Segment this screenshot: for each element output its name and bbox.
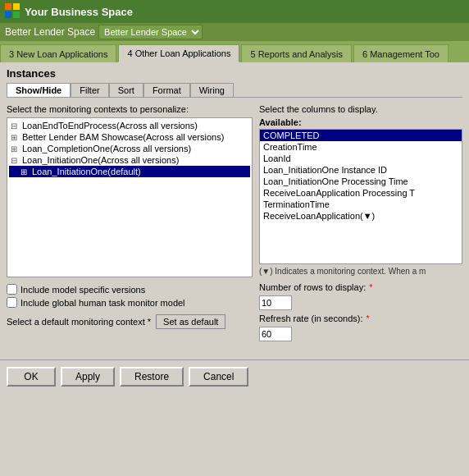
available-label: Available: [259, 117, 462, 127]
checkboxes: Include model specific versionsInclude g… [7, 284, 253, 308]
item-loanend-label: LoanEndToEndProcess(Across all versions) [22, 121, 198, 130]
cancel-button[interactable]: Cancel [189, 367, 248, 387]
chk-model-row: Include model specific versions [7, 284, 253, 295]
columns-list[interactable]: COMPLETEDCreationTimeLoanIdLoan_Initiati… [259, 129, 462, 264]
nav-tabs: 3 New Loan Applications4 Other Loan Appl… [0, 41, 469, 62]
refresh-required: * [367, 314, 370, 323]
left-section-label: Select the monitoring contexts to person… [7, 104, 253, 114]
item-bam[interactable]: ⊞Better Lender BAM Showcase(Across all v… [9, 131, 250, 143]
item-default-label: Loan_InitiationOne(default) [32, 167, 141, 176]
main-content: Instances Show/HideFilterSortFormatWirin… [0, 62, 469, 346]
item-initiation[interactable]: ⊟Loan_InitiationOne(Across all versions) [9, 154, 250, 166]
rows-setting: Number of rows to display: * [259, 282, 462, 292]
breadcrumb-label: Better Lender Space [5, 26, 95, 38]
item-completion[interactable]: ⊞Loan_CompletionOne(Across all versions) [9, 143, 250, 154]
col-receive-proc[interactable]: ReceiveLoanApplication Processing T [260, 187, 462, 199]
col-initiation-proc[interactable]: Loan_InitiationOne Processing Time [260, 176, 462, 187]
right-col: Select the columns to display. Available… [259, 104, 462, 341]
left-col: Select the monitoring contexts to person… [7, 104, 253, 341]
sub-wiring[interactable]: Wiring [190, 83, 234, 97]
svg-rect-3 [13, 11, 20, 18]
col-termination[interactable]: TerminationTime [260, 199, 462, 210]
chk-global-row: Include global human task monitor model [7, 297, 253, 308]
refresh-input[interactable] [259, 327, 292, 341]
restore-button[interactable]: Restore [120, 367, 184, 387]
app-icon [5, 3, 20, 21]
item-bam-label: Better Lender BAM Showcase(Across all ve… [22, 132, 224, 142]
col-completed[interactable]: COMPLETED [260, 130, 462, 141]
svg-rect-2 [5, 11, 11, 18]
set-default-button[interactable]: Set as default [156, 314, 225, 329]
breadcrumb-bar: Better Lender Space Better Lender Space [0, 23, 469, 41]
row-settings: Number of rows to display: * Refresh rat… [259, 282, 462, 341]
instances-header: Instances [7, 67, 462, 80]
item-completion-expand-icon: ⊞ [11, 144, 20, 153]
chk-model[interactable] [7, 284, 17, 295]
col-loanid[interactable]: LoanId [260, 153, 462, 164]
sub-sort[interactable]: Sort [109, 83, 143, 97]
default-context-row: Select a default monitoring context * Se… [7, 314, 253, 329]
item-default[interactable]: ⊞Loan_InitiationOne(default) [9, 166, 250, 177]
sub-tabs: Show/HideFilterSortFormatWiring [7, 83, 462, 98]
tab-reports[interactable]: 5 Reports and Analysis [241, 44, 352, 62]
apply-button[interactable]: Apply [61, 367, 115, 387]
item-bam-expand-icon: ⊞ [11, 133, 20, 142]
right-section-label: Select the columns to display. [259, 104, 462, 114]
sub-showhide[interactable]: Show/Hide [7, 83, 71, 97]
rows-input[interactable] [259, 295, 292, 310]
sub-format[interactable]: Format [143, 83, 190, 97]
tab-new-loan[interactable]: 3 New Loan Applications [0, 44, 116, 62]
title-bar: Your Business Space [0, 0, 469, 23]
rows-label: Number of rows to display: [259, 282, 366, 292]
chk-global-label: Include global human task monitor model [20, 298, 185, 308]
rows-required: * [369, 282, 372, 292]
item-default-expand-icon: ⊞ [20, 167, 30, 176]
bottom-buttons: OK Apply Restore Cancel [0, 359, 469, 393]
ok-button[interactable]: OK [7, 367, 56, 387]
chk-global[interactable] [7, 297, 17, 308]
tab-other-loan[interactable]: 4 Other Loan Applications [118, 44, 239, 62]
chk-model-label: Include model specific versions [20, 285, 145, 295]
item-completion-label: Loan_CompletionOne(Across all versions) [22, 144, 191, 153]
col-creation[interactable]: CreationTime [260, 141, 462, 153]
refresh-setting: Refresh rate (in seconds): * [259, 314, 462, 323]
col-initiation-id[interactable]: Loan_InitiationOne Instance ID [260, 164, 462, 176]
default-context-label: Select a default monitoring context * [7, 317, 151, 327]
indicator-note: (▼) Indicates a monitoring context. When… [259, 267, 462, 276]
svg-rect-0 [5, 3, 11, 10]
sub-filter[interactable]: Filter [71, 83, 108, 97]
tab-management[interactable]: 6 Management Too [353, 44, 449, 62]
title-text: Your Business Space [25, 6, 133, 18]
two-col: Select the monitoring contexts to person… [7, 104, 462, 341]
item-loanend-expand-icon: ⊟ [11, 121, 20, 130]
col-receive-app[interactable]: ReceiveLoanApplication(▼) [260, 210, 462, 222]
item-initiation-label: Loan_InitiationOne(Across all versions) [22, 155, 179, 165]
breadcrumb-dropdown[interactable]: Better Lender Space [98, 25, 203, 39]
svg-rect-1 [13, 3, 20, 10]
context-tree[interactable]: ⊟LoanEndToEndProcess(Across all versions… [7, 117, 253, 277]
refresh-label: Refresh rate (in seconds): [259, 314, 363, 323]
item-loanend[interactable]: ⊟LoanEndToEndProcess(Across all versions… [9, 120, 250, 131]
item-initiation-expand-icon: ⊟ [11, 156, 20, 165]
